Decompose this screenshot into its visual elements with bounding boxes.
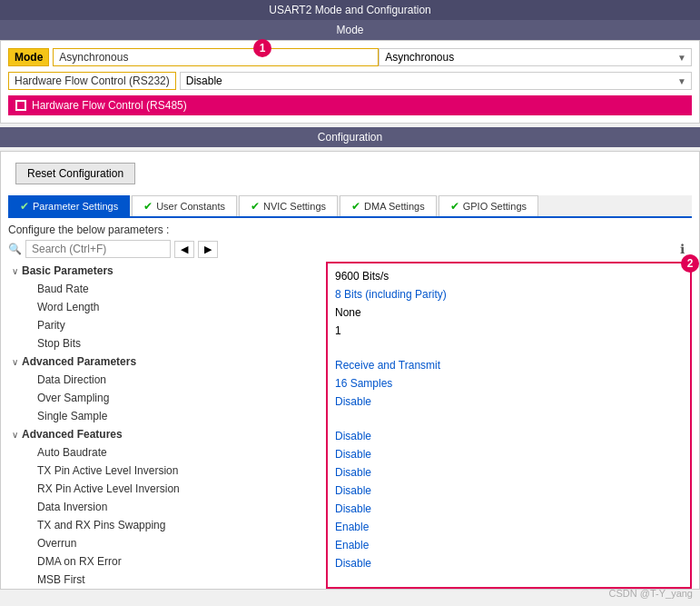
group-advanced-parameters[interactable]: ∨ Advanced Parameters (8, 353, 326, 371)
config-section-header: Configuration (0, 127, 700, 147)
values-panel: 2 9600 Bits/s 8 Bits (including Parity) … (326, 262, 692, 589)
value-overrun: Enable (335, 518, 683, 536)
main-content: ∨ Basic Parameters Baud Rate Word Length… (8, 262, 692, 589)
tab-nvic-icon: ✔ (251, 200, 260, 213)
tab-nvic-settings[interactable]: ✔ NVIC Settings (239, 195, 338, 216)
tree-item-stop-bits[interactable]: Stop Bits (8, 334, 326, 353)
value-parity: None (335, 303, 683, 322)
tab-user-constants[interactable]: ✔ User Constants (132, 195, 237, 216)
tab-user-icon: ✔ (143, 200, 153, 213)
value-tx-rx-pins: Disable (335, 500, 683, 518)
hw-flow-rs232-select-wrapper: Disable ▼ (180, 72, 692, 90)
tab-dma-settings[interactable]: ✔ DMA Settings (340, 195, 437, 216)
tab-gpio-icon: ✔ (450, 200, 459, 213)
value-over-sampling: 16 Samples (335, 374, 683, 392)
value-stop-bits: 1 (335, 322, 683, 340)
mode-dropdown[interactable]: Asynchronous (379, 48, 692, 66)
info-icon: ℹ (680, 242, 685, 256)
hw-flow-rs485-bar: Hardware Flow Control (RS485) (8, 95, 692, 115)
value-auto-baudrate: Disable (335, 427, 683, 445)
value-dma-rx-error: Enable (335, 536, 683, 554)
mode-value: Asynchronous (53, 48, 379, 66)
tree-item-data-inversion[interactable]: Data Inversion (8, 498, 326, 516)
tab-dma-icon: ✔ (351, 200, 360, 213)
badge-1: 1 (253, 39, 271, 57)
advanced-features-arrow: ∨ (12, 430, 18, 440)
hw-flow-rs232-row: Hardware Flow Control (RS232) Disable ▼ (8, 72, 692, 90)
mode-label: Mode (8, 48, 49, 66)
advanced-params-label: Advanced Parameters (22, 355, 136, 368)
value-word-length: 8 Bits (including Parity) (335, 285, 683, 303)
nav-forward-button[interactable]: ▶ (198, 241, 218, 258)
basic-params-label: Basic Parameters (22, 264, 113, 277)
tree-item-data-direction[interactable]: Data Direction (8, 371, 326, 389)
basic-params-arrow: ∨ (12, 266, 18, 276)
configure-text: Configure the below parameters : (8, 224, 692, 236)
hw-flow-rs232-label: Hardware Flow Control (RS232) (8, 72, 176, 90)
reset-btn-container: Reset Configuration (1, 152, 699, 195)
badge-2: 2 (681, 254, 699, 273)
mode-section: Mode Asynchronous Asynchronous ▼ 1 Hardw… (0, 40, 700, 124)
tab-param-icon: ✔ (20, 200, 29, 213)
value-baud-rate: 9600 Bits/s (335, 267, 683, 285)
value-single-sample: Disable (335, 392, 683, 411)
value-rx-pin-active: Disable (335, 463, 683, 482)
tree-item-baud-rate[interactable]: Baud Rate (8, 280, 326, 298)
tab-parameter-settings[interactable]: ✔ Parameter Settings (8, 195, 130, 216)
hw485-label: Hardware Flow Control (RS485) (32, 99, 187, 112)
mode-section-header: Mode (0, 20, 700, 40)
tree-panel: ∨ Basic Parameters Baud Rate Word Length… (8, 262, 326, 589)
tree-item-dma-rx-error[interactable]: DMA on RX Error (8, 552, 326, 571)
tab-user-label: User Constants (156, 201, 225, 212)
tree-item-auto-baudrate[interactable]: Auto Baudrate (8, 443, 326, 462)
tree-item-rx-pin-active[interactable]: RX Pin Active Level Inversion (8, 480, 326, 498)
hw-flow-rs232-select[interactable]: Disable (180, 72, 692, 90)
tree-item-single-sample[interactable]: Single Sample (8, 407, 326, 425)
tree-item-msb-first[interactable]: MSB First (8, 571, 326, 589)
tree-item-over-sampling[interactable]: Over Sampling (8, 389, 326, 407)
mode-select-wrapper: Asynchronous ▼ (379, 48, 692, 66)
tree-item-tx-pin-active[interactable]: TX Pin Active Level Inversion (8, 462, 326, 480)
tab-gpio-label: GPIO Settings (463, 201, 527, 212)
search-input[interactable] (25, 240, 171, 258)
tabs-bar: ✔ Parameter Settings ✔ User Constants ✔ … (8, 195, 692, 218)
value-spacer-1 (335, 340, 683, 356)
tree-item-tx-rx-pins[interactable]: TX and RX Pins Swapping (8, 516, 326, 534)
value-spacer-2 (335, 411, 683, 427)
group-advanced-features[interactable]: ∨ Advanced Features (8, 425, 326, 443)
group-basic-parameters[interactable]: ∨ Basic Parameters (8, 262, 326, 280)
tab-gpio-settings[interactable]: ✔ GPIO Settings (439, 195, 538, 216)
tree-item-word-length[interactable]: Word Length (8, 298, 326, 316)
value-data-direction: Receive and Transmit (335, 356, 683, 374)
value-msb-first: Disable (335, 554, 683, 572)
hw485-icon (15, 100, 26, 111)
config-section: Reset Configuration ✔ Parameter Settings… (0, 151, 700, 590)
search-icon: 🔍 (8, 243, 22, 255)
search-bar: 🔍 ◀ ▶ ℹ (8, 240, 692, 258)
tree-item-overrun[interactable]: Overrun (8, 534, 326, 552)
tab-nvic-label: NVIC Settings (263, 201, 326, 212)
title-bar: USART2 Mode and Configuration (0, 0, 700, 20)
watermark: CSDN @T-Y_yang (609, 588, 693, 590)
mode-row: Mode Asynchronous Asynchronous ▼ 1 (8, 48, 692, 66)
value-tx-pin-active: Disable (335, 445, 683, 463)
title-text: USART2 Mode and Configuration (269, 4, 431, 16)
reset-config-button[interactable]: Reset Configuration (15, 163, 135, 184)
value-data-inversion: Disable (335, 482, 683, 500)
nav-back-button[interactable]: ◀ (174, 241, 194, 258)
tab-param-label: Parameter Settings (33, 201, 118, 212)
tree-item-parity[interactable]: Parity (8, 316, 326, 334)
tab-dma-label: DMA Settings (364, 201, 425, 212)
advanced-features-label: Advanced Features (22, 428, 123, 441)
advanced-params-arrow: ∨ (12, 357, 18, 367)
